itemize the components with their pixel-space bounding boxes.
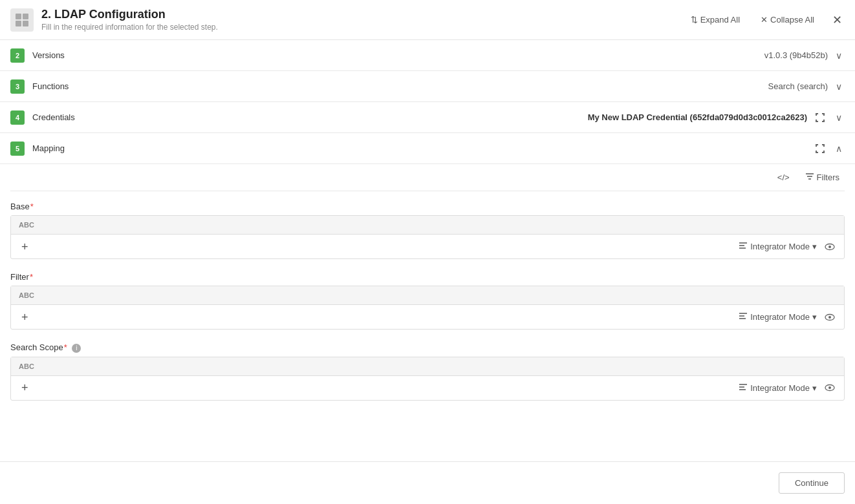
svg-point-11 — [828, 246, 831, 248]
step-actions-versions: ∨ — [833, 48, 845, 63]
integrator-mode-filter-button[interactable]: Integrator Mode ▾ — [733, 309, 822, 325]
step-row-credentials[interactable]: 4 Credentials My New LDAP Credential (65… — [0, 102, 855, 133]
svg-rect-0 — [16, 14, 21, 19]
page-footer: Continue — [0, 461, 855, 504]
integrator-mode-filter-chevron: ▾ — [812, 312, 817, 322]
integrator-mode-icon — [739, 241, 748, 252]
filter-required: * — [30, 272, 33, 282]
mapping-fullscreen-btn[interactable] — [812, 141, 828, 156]
step-expand-credentials[interactable]: ∨ — [833, 110, 845, 125]
step-value-credentials: My New LDAP Credential (652fda079d0d3c00… — [588, 112, 807, 122]
step-value-versions: v1.0.3 (9b4b52b) — [764, 50, 828, 60]
add-base-button[interactable]: + — [17, 240, 32, 254]
steps-list: 2 Versions v1.0.3 (9b4b52b) ∨ 3 Function… — [0, 40, 855, 424]
step-row-mapping[interactable]: 5 Mapping ∧ — [0, 133, 855, 164]
step-actions-functions: ∨ — [833, 79, 845, 94]
filter-icon — [805, 172, 814, 183]
integrator-mode-search-scope-chevron: ▾ — [812, 383, 817, 393]
page-title: 2. LDAP Configuration — [41, 8, 678, 21]
eye-search-scope-icon — [825, 383, 835, 393]
step-value-functions: Search (search) — [768, 81, 828, 91]
page-header: 2. LDAP Configuration Fill in the requir… — [0, 0, 855, 40]
field-bottom-base: + Integrator Mode ▾ — [11, 235, 844, 258]
add-search-scope-button[interactable]: + — [17, 381, 32, 395]
continue-button[interactable]: Continue — [779, 472, 845, 494]
collapse-all-label: Collapse All — [770, 15, 814, 25]
integrator-mode-filter-label: Integrator Mode — [750, 312, 810, 322]
step-expand-versions[interactable]: ∨ — [833, 48, 845, 63]
field-bottom-search-scope: + Integrator Mode ▾ — [11, 376, 844, 400]
filters-label: Filters — [817, 173, 839, 182]
field-label-filter: Filter* — [10, 272, 845, 282]
eye-search-scope-button[interactable] — [822, 380, 838, 395]
collapse-all-button[interactable]: ✕ Collapse All — [755, 12, 819, 27]
page-subtitle: Fill in the required information for the… — [41, 23, 678, 32]
eye-filter-button[interactable] — [822, 310, 838, 325]
expand-all-button[interactable]: ⇅ Expand All — [686, 12, 745, 27]
close-button[interactable]: ✕ — [830, 12, 845, 28]
page-container: 2. LDAP Configuration Fill in the requir… — [0, 0, 855, 504]
field-section-search-scope: Search Scope* i ABC + — [10, 342, 845, 401]
step-badge-3: 3 — [10, 79, 25, 94]
header-text: 2. LDAP Configuration Fill in the requir… — [41, 8, 678, 32]
field-bottom-filter: + Integrator Mode ▾ — [11, 305, 844, 329]
expand-all-icon: ⇅ — [691, 15, 698, 25]
step-label-functions: Functions — [32, 81, 768, 91]
mapping-content: </> Filters Base* — [0, 164, 855, 424]
integrator-mode-base-button[interactable]: Integrator Mode ▾ — [733, 238, 822, 255]
eye-filter-icon — [825, 312, 835, 322]
svg-rect-3 — [23, 21, 28, 26]
field-section-filter: Filter* ABC + — [10, 272, 845, 330]
eye-base-button[interactable] — [822, 239, 838, 255]
mapping-controls: ∧ — [812, 141, 845, 156]
expand-all-label: Expand All — [700, 15, 740, 25]
add-filter-button[interactable]: + — [17, 310, 32, 324]
field-section-base: Base* ABC + — [10, 202, 845, 259]
abc-badge-filter: ABC — [19, 291, 34, 299]
eye-base-icon — [825, 242, 835, 252]
step-actions-credentials: ∨ — [812, 110, 845, 125]
svg-rect-1 — [23, 14, 28, 19]
collapse-all-icon: ✕ — [761, 15, 768, 25]
ldap-icon — [10, 8, 34, 32]
search-scope-required: * — [64, 342, 67, 352]
mapping-toolbar: </> Filters — [10, 164, 845, 191]
step-expand-functions[interactable]: ∨ — [833, 79, 845, 94]
header-actions: ⇅ Expand All ✕ Collapse All ✕ — [686, 12, 845, 28]
svg-point-16 — [828, 316, 831, 319]
field-abc-base: ABC — [11, 216, 844, 235]
step-row-versions[interactable]: 2 Versions v1.0.3 (9b4b52b) ∨ — [0, 40, 855, 71]
base-required: * — [30, 202, 34, 211]
field-box-search-scope: ABC + — [10, 357, 845, 401]
filters-button[interactable]: Filters — [800, 169, 845, 185]
step-label-versions: Versions — [32, 50, 764, 60]
field-box-base: ABC + — [10, 215, 845, 259]
credentials-value-text: My New LDAP Credential (652fda079d0d3c00… — [588, 112, 807, 122]
integrator-mode-base-label: Integrator Mode — [750, 242, 810, 251]
step-row-functions[interactable]: 3 Functions Search (search) ∨ — [0, 71, 855, 102]
integrator-mode-search-scope-icon — [739, 383, 748, 394]
integrator-mode-filter-icon — [739, 311, 748, 322]
field-abc-filter: ABC — [11, 286, 844, 305]
field-box-filter: ABC + — [10, 286, 845, 330]
credentials-fullscreen-btn[interactable] — [812, 110, 828, 125]
abc-badge-base: ABC — [19, 221, 34, 229]
field-label-search-scope: Search Scope* i — [10, 342, 845, 353]
integrator-mode-search-scope-button[interactable]: Integrator Mode ▾ — [733, 380, 822, 396]
code-icon: </> — [777, 173, 790, 182]
field-label-base: Base* — [10, 202, 845, 211]
abc-badge-search-scope: ABC — [19, 362, 34, 370]
code-view-button[interactable]: </> — [772, 170, 795, 185]
svg-rect-2 — [16, 21, 21, 26]
integrator-mode-base-chevron: ▾ — [812, 242, 817, 251]
field-abc-search-scope: ABC — [11, 357, 844, 376]
search-scope-info-icon[interactable]: i — [72, 344, 81, 353]
step-badge-4: 4 — [10, 110, 25, 125]
step-badge-5: 5 — [10, 142, 25, 156]
step-badge-2: 2 — [10, 48, 25, 63]
fullscreen-icon — [815, 112, 825, 123]
step-label-credentials: Credentials — [32, 112, 588, 122]
step-collapse-mapping[interactable]: ∧ — [833, 141, 845, 156]
step-label-mapping: Mapping — [32, 143, 812, 153]
mapping-fullscreen-icon — [815, 143, 825, 154]
